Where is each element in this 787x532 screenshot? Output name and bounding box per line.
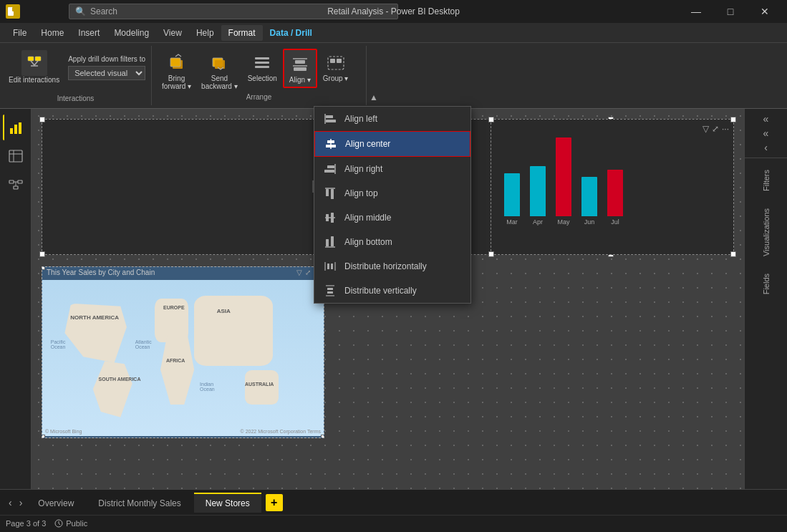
send-backward-label2: backward ▾	[201, 82, 238, 90]
bar-handle-bl[interactable]	[488, 251, 494, 257]
maximize-button[interactable]: □	[714, 0, 747, 23]
bar-apr-bar	[530, 166, 546, 216]
svg-rect-24	[326, 145, 336, 147]
menu-home[interactable]: Home	[34, 25, 71, 41]
svg-rect-53	[14, 186, 18, 189]
au-label: AUSTRALIA	[245, 382, 274, 387]
menu-data-drill[interactable]: Data / Drill	[263, 25, 319, 41]
sa-label: SOUTH AMERICA	[99, 377, 141, 382]
align-center-item[interactable]: Align center	[314, 131, 470, 157]
svg-rect-9	[255, 57, 269, 59]
collapse-single[interactable]: ‹	[764, 142, 768, 153]
svg-rect-48	[9, 150, 22, 162]
map-handle-bl[interactable]	[42, 435, 45, 438]
australia-continent	[245, 370, 279, 405]
align-right-item[interactable]: Align right	[314, 157, 470, 181]
collapse-buttons: « « ‹	[745, 109, 787, 158]
tab-next-button[interactable]: ›	[16, 495, 26, 510]
menu-file[interactable]: File	[6, 25, 34, 41]
group-button[interactable]: Group ▾	[319, 49, 353, 85]
as-label: ASIA	[217, 308, 231, 314]
tab-visualizations[interactable]: Visualizations	[759, 203, 773, 262]
visual-select-dropdown[interactable]: Selected visual	[68, 66, 145, 80]
bar-handle-tl[interactable]	[488, 117, 494, 122]
menu-insert[interactable]: Insert	[71, 25, 107, 41]
svg-rect-23	[327, 140, 334, 143]
align-right-icon	[323, 162, 337, 176]
tab-new-stores[interactable]: New Stores	[194, 493, 261, 513]
tab-prev-button[interactable]: ‹	[6, 495, 15, 510]
menu-view[interactable]: View	[156, 25, 189, 41]
ribbon: Edit interactions Apply drill down filte…	[0, 43, 787, 109]
tab-fields[interactable]: Fields	[759, 268, 773, 300]
more-icon[interactable]: ···	[722, 124, 729, 134]
distribute-v-label: Distribute vertically	[344, 286, 417, 296]
distribute-v-item[interactable]: Distribute vertically	[314, 279, 470, 303]
sidebar-table-icon[interactable]	[3, 143, 29, 169]
close-button[interactable]: ✕	[748, 0, 781, 23]
bar-mar-bar	[504, 173, 520, 216]
svg-rect-46	[14, 125, 17, 134]
status-bar: Page 3 of 3 Public	[0, 515, 787, 531]
svg-rect-21	[326, 120, 336, 122]
selection-label: Selection	[248, 74, 277, 82]
svg-rect-17	[330, 59, 335, 63]
align-bottom-item[interactable]: Align bottom	[314, 230, 470, 254]
eu-label: EUROPE	[163, 305, 185, 310]
align-top-item[interactable]: Align top	[314, 181, 470, 205]
collapse-all-left[interactable]: «	[763, 113, 769, 125]
map-world: NORTH AMERICA SOUTH AMERICA EUROPE AFRIC…	[42, 280, 324, 436]
tab-overview[interactable]: Overview	[26, 493, 85, 513]
menu-bar: File Home Insert Modeling View Help Form…	[0, 23, 787, 43]
menu-help[interactable]: Help	[189, 25, 221, 41]
align-middle-item[interactable]: Align middle	[314, 205, 470, 230]
menu-modeling[interactable]: Modeling	[107, 25, 156, 41]
bar-apr: Apr	[530, 166, 546, 226]
sidebar-model-icon[interactable]	[3, 172, 29, 198]
status-visibility: Public	[54, 519, 87, 528]
minimize-button[interactable]: —	[680, 0, 713, 23]
collapse-panel-left[interactable]: «	[763, 127, 769, 139]
bar-apr-label: Apr	[533, 218, 543, 226]
handle-bl[interactable]	[39, 251, 45, 257]
bar-handle-br[interactable]	[730, 251, 736, 257]
left-sidebar	[0, 109, 32, 489]
svg-rect-26	[327, 165, 334, 168]
svg-rect-45	[10, 128, 13, 134]
menu-format[interactable]: Format	[221, 25, 263, 41]
add-tab-button[interactable]: +	[266, 494, 283, 511]
map-handle-br[interactable]	[321, 435, 324, 438]
bring-forward-button[interactable]: Bring forward ▾	[158, 49, 195, 93]
svg-rect-36	[331, 236, 334, 246]
bar-chart-panel[interactable]: ▽ ⤢ ··· Mar Apr May	[491, 119, 734, 255]
group-icon	[324, 52, 347, 74]
bring-forward-icon	[165, 52, 188, 74]
send-backward-button[interactable]: Send backward ▾	[197, 49, 242, 93]
apply-filters-label: Apply drill down filters to	[68, 55, 145, 63]
bar-handle-tr[interactable]	[730, 117, 736, 122]
tab-district-monthly-sales[interactable]: District Monthly Sales	[87, 493, 192, 513]
handle-tl[interactable]	[39, 117, 45, 122]
distribute-h-item[interactable]: Distribute horizontally	[314, 254, 470, 279]
bar-mar: Mar	[504, 173, 520, 226]
align-button[interactable]: Align ▾	[283, 49, 317, 88]
edit-interactions-button[interactable]: Edit interactions	[6, 49, 62, 86]
align-bottom-icon	[323, 235, 337, 249]
map-handle-tl[interactable]	[42, 266, 45, 270]
expand-icon[interactable]: ⤢	[712, 124, 719, 134]
map-panel[interactable]: This Year Sales by City and Chain ▽ ⤢ ··…	[42, 266, 324, 438]
pacific-label: PacificOcean	[51, 339, 66, 349]
selection-button[interactable]: Selection	[243, 49, 281, 85]
align-middle-label: Align middle	[344, 213, 391, 223]
svg-rect-32	[326, 214, 329, 221]
sidebar-bar-chart-icon[interactable]	[3, 115, 29, 140]
align-left-item[interactable]: Align left	[314, 107, 470, 131]
tab-filters[interactable]: Filters	[759, 164, 773, 197]
ribbon-collapse[interactable]: ▲	[367, 46, 381, 105]
filter-icon[interactable]: ▽	[702, 124, 709, 134]
map-filter-icon[interactable]: ▽	[296, 269, 302, 276]
svg-rect-11	[255, 66, 269, 68]
ribbon-collapse-arrow[interactable]: ▲	[370, 92, 378, 102]
align-left-label: Align left	[344, 114, 377, 124]
map-expand-icon[interactable]: ⤢	[305, 269, 311, 276]
